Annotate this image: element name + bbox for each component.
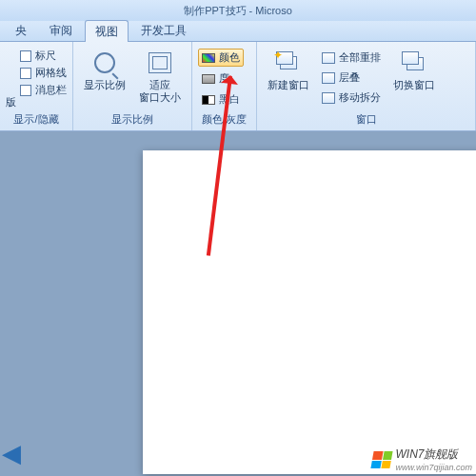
- btn-fit-window[interactable]: 适应 窗口大小: [134, 46, 186, 107]
- group-label: 颜色/灰度: [198, 110, 250, 127]
- watermark-text: WIN7旗舰版: [395, 446, 472, 463]
- ribbon: 版 标尺 网格线 消息栏 显示/隐藏 显示比例 适应 窗口大小 显示比例 颜色 …: [0, 42, 476, 131]
- group-color-grayscale: 颜色 度 黑白 颜色/灰度: [192, 42, 257, 130]
- group-window: ✦ 新建窗口 全部重排 层叠 移动拆分 切换窗口 窗口: [257, 42, 476, 130]
- arrange-icon: [322, 52, 335, 64]
- slide-workspace: [0, 131, 476, 476]
- chk-messagebar[interactable]: 消息栏: [20, 83, 67, 97]
- bw-swatch-icon: [202, 95, 215, 105]
- group-zoom: 显示比例 适应 窗口大小 显示比例: [73, 42, 192, 130]
- btn-black-white[interactable]: 黑白: [198, 90, 244, 109]
- checkbox-icon: [20, 50, 31, 62]
- slide-canvas[interactable]: [143, 150, 476, 474]
- tab-view[interactable]: 视图: [85, 20, 129, 42]
- chk-ruler[interactable]: 标尺: [20, 49, 67, 63]
- move-split-icon: [322, 92, 335, 104]
- btn-arrange-all[interactable]: 全部重排: [318, 49, 385, 67]
- group-label: 显示/隐藏: [6, 110, 67, 127]
- title-bar: 制作PPT技巧 - Microso: [0, 0, 476, 21]
- tab-review[interactable]: 审阅: [39, 19, 83, 41]
- switch-window-icon: [400, 50, 428, 76]
- fit-window-icon: [146, 50, 174, 76]
- group-label: 窗口: [263, 110, 469, 127]
- btn-color[interactable]: 颜色: [198, 49, 244, 67]
- tab-partial-1[interactable]: 央: [5, 19, 37, 41]
- partial-button-label[interactable]: 版: [6, 96, 16, 110]
- cascade-icon: [322, 72, 335, 84]
- btn-cascade[interactable]: 层叠: [318, 69, 385, 87]
- tab-developer[interactable]: 开发工具: [130, 19, 197, 41]
- btn-grayscale[interactable]: 度: [198, 69, 233, 88]
- magnifier-icon: [90, 50, 119, 76]
- group-label: 显示比例: [79, 110, 186, 127]
- btn-move-split[interactable]: 移动拆分: [318, 89, 385, 107]
- group-show-hide: 版 标尺 网格线 消息栏 显示/隐藏: [0, 42, 73, 130]
- btn-new-window[interactable]: ✦ 新建窗口: [263, 46, 314, 95]
- color-swatch-icon: [202, 53, 215, 63]
- window-title: 制作PPT技巧 - Microso: [184, 4, 292, 18]
- windows-logo-icon: [371, 451, 393, 468]
- watermark-url: www.win7qijian.com: [395, 463, 472, 472]
- ribbon-tabs: 央 审阅 视图 开发工具: [0, 21, 476, 42]
- watermark: WIN7旗舰版 www.win7qijian.com: [372, 446, 472, 472]
- checkbox-icon: [20, 85, 31, 96]
- chk-gridlines[interactable]: 网格线: [20, 66, 67, 80]
- new-window-icon: ✦: [274, 50, 303, 76]
- btn-zoom[interactable]: 显示比例: [79, 46, 130, 95]
- showhide-checklist: 标尺 网格线 消息栏: [20, 46, 67, 97]
- nav-prev-arrow[interactable]: ◀: [2, 439, 21, 468]
- checkbox-icon: [20, 68, 31, 79]
- btn-switch-window[interactable]: 切换窗口: [388, 46, 440, 95]
- gray-swatch-icon: [202, 74, 215, 84]
